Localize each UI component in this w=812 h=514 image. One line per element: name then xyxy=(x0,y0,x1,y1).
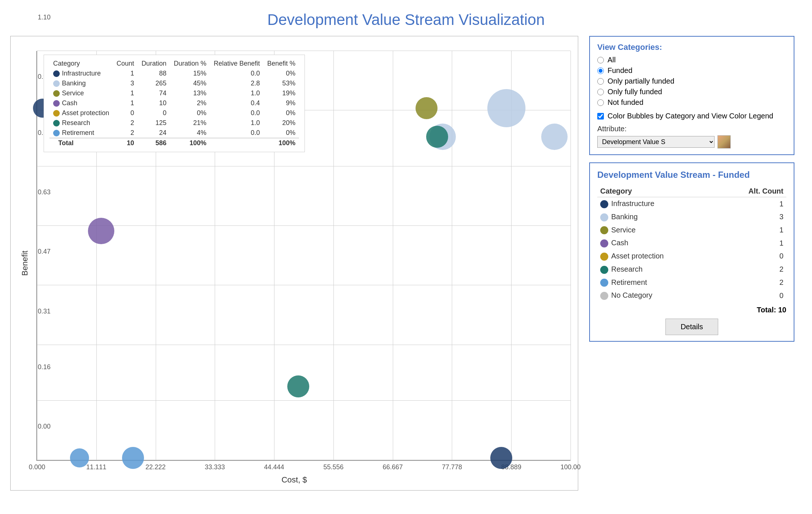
view-category-radio[interactable] xyxy=(597,78,604,85)
x-tick-label: 66.667 xyxy=(383,463,403,471)
dvs-row-count: 3 xyxy=(716,210,786,224)
attribute-select[interactable]: Development Value S xyxy=(597,136,715,148)
y-tick-label: 0.31 xyxy=(38,307,51,315)
view-category-option[interactable]: Funded xyxy=(597,66,786,75)
color-bubbles-row: Color Bubbles by Category and View Color… xyxy=(597,112,786,120)
legend-row-cell: 0 xyxy=(138,108,170,118)
view-categories-box: View Categories: AllFundedOnly partially… xyxy=(589,36,794,155)
chart-container: Benefit Cost, $ 1.100.940.790.630.470.31… xyxy=(10,36,578,491)
legend-row-cell: 0.0 xyxy=(210,128,263,138)
color-bubbles-checkbox[interactable] xyxy=(597,113,604,120)
legend-row-name: Retirement xyxy=(49,128,113,138)
data-bubble-cash[interactable] xyxy=(88,218,114,244)
dvs-row-name: Research xyxy=(597,263,716,276)
dvs-table-row: No Category0 xyxy=(597,289,786,302)
x-tick-label: 55.556 xyxy=(323,463,343,471)
dvs-row-name: No Category xyxy=(597,289,716,302)
dvs-row-name: Infrastructure xyxy=(597,197,716,210)
x-tick-label: 11.111 xyxy=(86,463,106,471)
view-category-radio[interactable] xyxy=(597,99,604,106)
legend-row-cell: 0% xyxy=(263,69,299,78)
legend-row-cell: 1.0 xyxy=(210,88,263,98)
legend-row-cell: 1 xyxy=(113,69,138,78)
data-bubble-retirement-1[interactable] xyxy=(70,448,89,467)
legend-row-cell: 1.0 xyxy=(210,118,263,128)
legend-row-cell: 4% xyxy=(170,128,210,138)
legend-row-cell: 0.0 xyxy=(210,108,263,118)
dvs-table-row: Retirement2 xyxy=(597,276,786,289)
legend-row-cell: 0% xyxy=(170,108,210,118)
legend-row-name: Service xyxy=(49,88,113,98)
x-tick-label: 44.444 xyxy=(264,463,284,471)
grid-v-line xyxy=(333,51,334,460)
data-bubble-research-1[interactable] xyxy=(426,126,448,148)
view-category-option[interactable]: All xyxy=(597,56,786,64)
data-bubble-retirement-3[interactable] xyxy=(490,447,512,469)
legend-row-cell: 125 xyxy=(138,118,170,128)
attribute-label: Attribute: xyxy=(597,125,786,133)
y-tick-label: 1.10 xyxy=(38,14,51,21)
legend-row-cell: 10 xyxy=(138,98,170,108)
col-header-duration-pct: Duration % xyxy=(170,59,210,69)
details-button[interactable]: Details xyxy=(665,319,718,335)
legend-dot-icon xyxy=(53,110,60,117)
grid-v-line xyxy=(393,51,393,460)
dvs-total-value: 10 xyxy=(778,306,786,314)
grid-v-line xyxy=(571,51,571,460)
dvs-table-row: Service1 xyxy=(597,224,786,237)
data-bubble-research-2[interactable] xyxy=(287,375,309,397)
legend-table-row: Retirement2244%0.00% xyxy=(49,128,299,138)
view-category-label: All xyxy=(608,56,616,64)
col-header-rel-benefit: Relative Benefit xyxy=(210,59,263,69)
x-tick-label: 22.222 xyxy=(145,463,166,471)
legend-row-name: Banking xyxy=(49,78,113,88)
grid-h-line xyxy=(37,400,571,401)
col-header-category: Category xyxy=(49,59,113,69)
col-header-benefit-pct: Benefit % xyxy=(263,59,299,69)
view-category-radio[interactable] xyxy=(597,57,604,63)
dvs-row-name: Service xyxy=(597,224,716,237)
dvs-row-count: 1 xyxy=(716,224,786,237)
legend-row-name: Infrastructure xyxy=(49,69,113,78)
legend-row-cell: 10 xyxy=(113,138,138,148)
dvs-row-name: Asset protection xyxy=(597,250,716,263)
legend-row-cell: 0% xyxy=(263,108,299,118)
legend-table-row: Infrastructure18815%0.00% xyxy=(49,69,299,78)
data-bubble-retirement-2[interactable] xyxy=(122,447,144,469)
y-axis-label: Benefit xyxy=(20,251,30,276)
legend-row-cell: 586 xyxy=(138,138,170,148)
y-tick-label: 0.00 xyxy=(38,423,51,430)
legend-row-cell xyxy=(210,138,263,148)
attribute-row: Development Value S xyxy=(597,135,786,148)
legend-row-cell: 265 xyxy=(138,78,170,88)
legend-row-name: Asset protection xyxy=(49,108,113,118)
data-bubble-banking-3[interactable] xyxy=(541,124,568,150)
view-category-option[interactable]: Not funded xyxy=(597,98,786,107)
col-header-count: Count xyxy=(113,59,138,69)
legend-row-cell: 13% xyxy=(170,88,210,98)
page-title: Development Value Stream Visualization xyxy=(267,11,545,29)
data-bubble-service[interactable] xyxy=(416,97,438,119)
dvs-table-row: Cash1 xyxy=(597,236,786,250)
legend-row-cell: 20% xyxy=(263,118,299,128)
view-category-option[interactable]: Only partially funded xyxy=(597,77,786,85)
legend-row-cell: 0% xyxy=(263,128,299,138)
legend-table-row: Service17413%1.019% xyxy=(49,88,299,98)
view-category-option[interactable]: Only fully funded xyxy=(597,88,786,96)
legend-row-cell: 2.8 xyxy=(210,78,263,88)
legend-row-cell: 3 xyxy=(113,78,138,88)
x-tick-label: 0.000 xyxy=(29,463,45,471)
legend-row-cell: 24 xyxy=(138,128,170,138)
dvs-col-alt-count: Alt. Count xyxy=(716,186,786,197)
color-swatch-icon[interactable] xyxy=(717,135,731,148)
y-tick-label: 0.16 xyxy=(38,363,51,371)
dvs-total-label: Total: xyxy=(757,306,776,314)
data-bubble-banking-1[interactable] xyxy=(487,89,525,127)
dvs-funded-table: Category Alt. Count Infrastructure1Banki… xyxy=(597,186,786,302)
view-category-radio[interactable] xyxy=(597,67,604,74)
legend-row-name: Cash xyxy=(49,98,113,108)
view-category-label: Not funded xyxy=(608,98,643,107)
grid-h-line xyxy=(37,51,571,51)
view-category-radio[interactable] xyxy=(597,89,604,95)
grid-v-line xyxy=(452,51,452,460)
